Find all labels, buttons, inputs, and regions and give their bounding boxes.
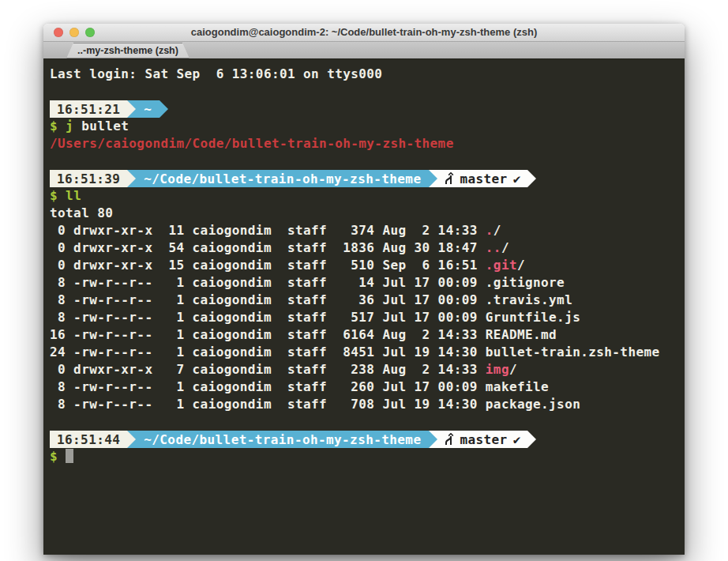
zoom-button[interactable] (85, 28, 95, 37)
command-line: $ j bullet (50, 118, 685, 135)
powerline-arrow-icon (429, 170, 437, 187)
powerline-arrow-icon (429, 431, 437, 448)
terminal-window: caiogondim@caiogondim-2: ~/Code/bullet-t… (43, 24, 685, 555)
listing-row: 24 -rw-r--r-- 1 caiogondim staff 8451 Ju… (50, 344, 685, 361)
traffic-lights (54, 28, 95, 37)
prompt-char: $ (50, 449, 58, 464)
prompt-time-segment: 16:51:44 (50, 431, 127, 448)
command-line: $ ll (50, 187, 685, 205)
git-branch-name: master (460, 432, 507, 447)
command-argument: bullet (81, 119, 129, 134)
listing-row: 0 drwxr-xr-x 7 caiogondim staff 238 Aug … (50, 361, 685, 378)
tab-active[interactable]: ..-my-zsh-theme (zsh) (66, 43, 190, 58)
listing-row: 8 -rw-r--r-- 1 caiogondim staff 14 Jul 1… (50, 274, 685, 292)
close-button[interactable] (54, 28, 63, 37)
git-clean-check-icon: ✔ (513, 171, 521, 186)
prompt-line: 16:51:21 ~ (50, 100, 685, 118)
tab-bar: ..-my-zsh-theme (zsh) (43, 42, 685, 59)
last-login-line: Last login: Sat Sep 6 13:06:01 on ttys00… (50, 66, 685, 83)
command-text: ll (66, 188, 81, 203)
tab-label: ..-my-zsh-theme (zsh) (77, 45, 178, 56)
blank-line (50, 83, 685, 100)
prompt-path-segment: ~/Code/bullet-train-oh-my-zsh-theme (136, 170, 429, 187)
prompt-char: $ (50, 119, 58, 134)
terminal-content[interactable]: Last login: Sat Sep 6 13:06:01 on ttys00… (43, 59, 685, 555)
powerline-arrow-icon (127, 170, 136, 187)
input-line[interactable]: $ (50, 448, 685, 465)
powerline-arrow-icon (527, 170, 536, 187)
listing-row: 0 drwxr-xr-x 54 caiogondim staff 1836 Au… (50, 239, 685, 257)
listing-row: 8 -rw-r--r-- 1 caiogondim staff 36 Jul 1… (50, 292, 685, 309)
git-branch-icon (444, 172, 454, 185)
powerline-arrow-icon (527, 431, 536, 448)
prompt-git-segment: master ✔ (437, 170, 527, 187)
command-text: j (66, 119, 73, 134)
prompt-line: 16:51:44 ~/Code/bullet-train-oh-my-zsh-t… (50, 431, 685, 448)
text-cursor (66, 449, 73, 463)
prompt-path-segment: ~/Code/bullet-train-oh-my-zsh-theme (136, 431, 429, 448)
prompt-time-segment: 16:51:21 (50, 100, 127, 118)
prompt-path-segment: ~ (136, 100, 159, 118)
prompt-line: 16:51:39 ~/Code/bullet-train-oh-my-zsh-t… (50, 170, 685, 187)
listing-row: 8 -rw-r--r-- 1 caiogondim staff 708 Jul … (50, 396, 685, 413)
listing-row: 8 -rw-r--r-- 1 caiogondim staff 517 Jul … (50, 309, 685, 326)
prompt-char: $ (50, 188, 58, 203)
git-clean-check-icon: ✔ (513, 432, 521, 447)
git-branch-name: master (460, 171, 507, 186)
powerline-arrow-icon (127, 100, 136, 118)
listing-row: 16 -rw-r--r-- 1 caiogondim staff 6164 Au… (50, 326, 685, 344)
listing-row: 0 drwxr-xr-x 15 caiogondim staff 510 Sep… (50, 257, 685, 274)
minimize-button[interactable] (69, 28, 79, 37)
listing-total: total 80 (50, 205, 685, 222)
powerline-arrow-icon (127, 431, 136, 448)
window-title: caiogondim@caiogondim-2: ~/Code/bullet-t… (43, 24, 685, 41)
git-branch-icon (444, 433, 454, 446)
blank-line (50, 152, 685, 170)
prompt-time-segment: 16:51:39 (50, 170, 127, 187)
window-titlebar[interactable]: caiogondim@caiogondim-2: ~/Code/bullet-t… (43, 24, 685, 42)
blank-line (50, 413, 685, 431)
prompt-git-segment: master ✔ (437, 431, 527, 448)
listing-row: 8 -rw-r--r-- 1 caiogondim staff 260 Jul … (50, 378, 685, 396)
listing-row: 0 drwxr-xr-x 11 caiogondim staff 374 Aug… (50, 222, 685, 239)
powerline-arrow-icon (159, 100, 168, 118)
output-line: /Users/caiogondim/Code/bullet-train-oh-m… (50, 135, 685, 152)
